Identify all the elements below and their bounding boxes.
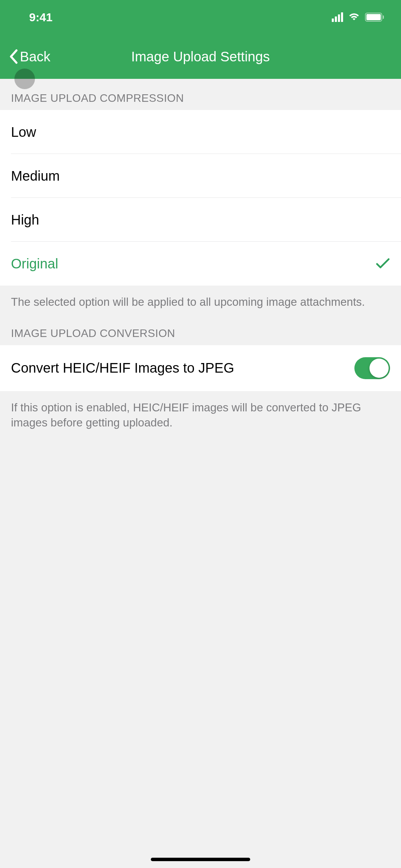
option-label: Medium xyxy=(11,168,60,184)
section-footer-compression: The selected option will be applied to a… xyxy=(0,286,401,310)
compression-option-high[interactable]: High xyxy=(0,198,401,242)
option-label: Low xyxy=(11,124,36,140)
section-header-conversion: Image Upload Conversion xyxy=(0,310,401,345)
convert-heic-toggle[interactable] xyxy=(354,357,390,379)
toggle-label: Convert HEIC/HEIF Images to JPEG xyxy=(11,360,234,376)
status-bar: 9:41 xyxy=(0,0,401,34)
status-time: 9:41 xyxy=(29,11,52,24)
section-header-compression: Image Upload Compression xyxy=(0,79,401,110)
battery-icon xyxy=(365,13,384,22)
compression-option-low[interactable]: Low xyxy=(0,110,401,154)
section-footer-conversion: If this option is enabled, HEIC/HEIF ima… xyxy=(0,391,401,431)
home-indicator[interactable] xyxy=(151,858,250,861)
page-title: Image Upload Settings xyxy=(131,49,270,64)
compression-options-list: Low Medium High Original xyxy=(0,110,401,286)
convert-heic-row[interactable]: Convert HEIC/HEIF Images to JPEG xyxy=(0,345,401,391)
back-label: Back xyxy=(20,49,50,64)
wifi-icon xyxy=(348,13,360,22)
compression-option-original[interactable]: Original xyxy=(0,242,401,286)
nav-bar: Back Image Upload Settings xyxy=(0,34,401,79)
conversion-list: Convert HEIC/HEIF Images to JPEG xyxy=(0,345,401,391)
status-icons xyxy=(332,12,384,22)
checkmark-icon xyxy=(376,257,390,270)
cellular-icon xyxy=(332,12,343,22)
option-label: High xyxy=(11,212,39,228)
option-label: Original xyxy=(11,256,58,272)
compression-option-medium[interactable]: Medium xyxy=(0,154,401,198)
touch-indicator xyxy=(14,69,35,89)
chevron-left-icon xyxy=(9,49,18,64)
back-button[interactable]: Back xyxy=(0,49,50,64)
